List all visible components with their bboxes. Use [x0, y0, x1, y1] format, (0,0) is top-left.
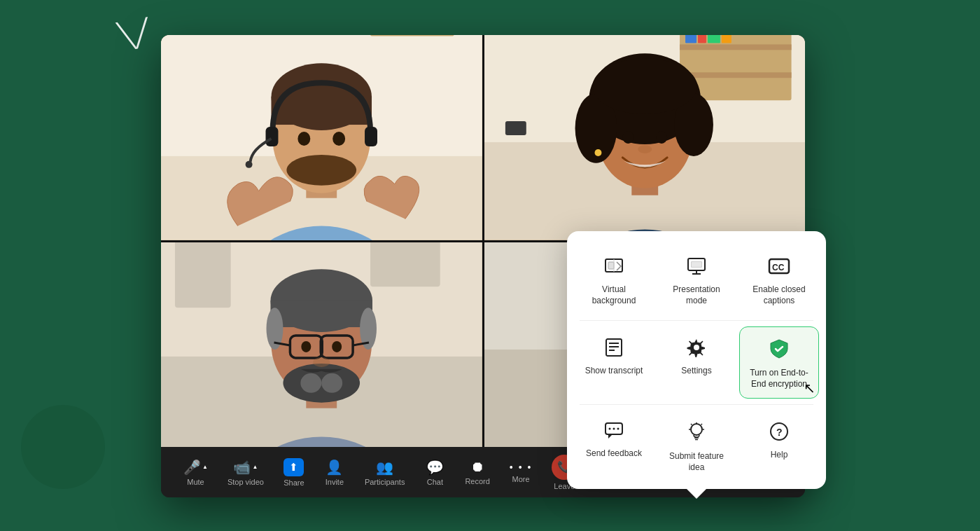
show-transcript-label: Show transcript: [585, 366, 643, 377]
svg-rect-23: [721, 35, 731, 43]
svg-point-89: [609, 428, 611, 430]
invite-icon: 👤: [326, 459, 343, 476]
lightbulb-icon: [688, 422, 705, 446]
send-feedback-item[interactable]: Send feedback: [574, 411, 654, 481]
svg-line-96: [691, 424, 692, 425]
svg-rect-21: [698, 35, 706, 43]
svg-line-97: [701, 424, 703, 425]
send-feedback-label: Send feedback: [586, 448, 642, 460]
svg-rect-22: [707, 35, 720, 43]
squiggle-decoration: ╲╱: [117, 17, 153, 51]
svg-point-34: [656, 131, 667, 144]
chat-icon: 💬: [426, 459, 444, 476]
share-button[interactable]: ⬆ Share: [275, 454, 313, 491]
svg-point-56: [321, 373, 342, 392]
virtual-background-label: Virtual background: [580, 284, 648, 306]
svg-point-52: [301, 340, 311, 352]
invite-button[interactable]: 👤 Invite: [316, 455, 354, 490]
virtual-background-icon: [604, 256, 624, 279]
svg-point-10: [286, 155, 356, 186]
video-caret: ▲: [252, 464, 258, 470]
participants-icon: 👥: [376, 459, 393, 476]
stop-video-label: Stop video: [227, 478, 264, 486]
svg-rect-20: [685, 35, 696, 43]
closed-captions-label: Enable closed captions: [745, 284, 813, 306]
presentation-mode-icon: [687, 256, 706, 279]
participants-label: Participants: [365, 478, 405, 486]
svg-text:?: ?: [776, 427, 783, 438]
more-menu-popup: Virtual background Presentation mode CC: [567, 231, 826, 489]
svg-point-31: [592, 58, 697, 114]
svg-rect-2: [370, 35, 454, 36]
svg-rect-7: [271, 97, 372, 125]
mute-icon-group: 🎤 ▲: [183, 459, 208, 476]
participant-video-1: [161, 35, 482, 240]
record-button[interactable]: ⏺ Record: [456, 455, 498, 490]
video-tile-2: [484, 35, 806, 240]
more-dots-icon: • • •: [510, 462, 532, 473]
svg-point-57: [313, 357, 330, 366]
svg-rect-24: [505, 121, 526, 135]
participant-video-2: [484, 35, 806, 240]
svg-point-55: [300, 373, 321, 392]
shield-icon: [769, 338, 789, 362]
submit-feature-label: Submit feature idea: [662, 451, 731, 473]
presentation-mode-item[interactable]: Presentation mode: [657, 245, 736, 315]
presentation-mode-label: Presentation mode: [662, 284, 731, 306]
svg-rect-38: [175, 242, 231, 308]
invite-label: Invite: [326, 478, 344, 486]
more-label: More: [512, 475, 530, 483]
svg-point-87: [694, 345, 699, 350]
face-svg-1: [161, 35, 482, 240]
face-svg-3: [161, 242, 482, 448]
help-item[interactable]: ? Help: [739, 411, 819, 481]
svg-text:CC: CC: [772, 263, 785, 273]
participants-button[interactable]: 👥 Participants: [356, 455, 413, 490]
record-icon: ⏺: [470, 459, 484, 475]
svg-rect-39: [370, 242, 440, 287]
svg-point-90: [613, 428, 615, 430]
submit-feature-item[interactable]: Submit feature idea: [657, 411, 736, 481]
svg-point-32: [594, 149, 601, 156]
camera-icon: 📹: [233, 459, 251, 476]
menu-row-divider-2: [574, 401, 819, 408]
chat-label: Chat: [427, 478, 443, 486]
svg-rect-11: [266, 127, 279, 146]
help-icon: ?: [769, 422, 789, 444]
chat-button[interactable]: 💬 Chat: [416, 455, 454, 490]
participant-video-3: [161, 242, 482, 448]
svg-point-53: [332, 340, 342, 352]
svg-rect-44: [270, 301, 372, 327]
svg-rect-12: [365, 127, 377, 146]
menu-row-divider-1: [574, 317, 819, 324]
svg-point-92: [691, 424, 702, 435]
face-svg-2: [484, 35, 806, 240]
help-label: Help: [771, 450, 788, 461]
svg-rect-79: [692, 262, 701, 267]
mute-caret: ▲: [202, 464, 208, 470]
closed-captions-item[interactable]: CC Enable closed captions: [739, 245, 819, 315]
mute-button[interactable]: 🎤 ▲ Mute: [175, 455, 216, 490]
svg-rect-18: [680, 44, 791, 50]
settings-label: Settings: [681, 366, 711, 377]
transcript-icon: [605, 338, 623, 360]
svg-point-35: [638, 145, 652, 153]
show-transcript-item[interactable]: Show transcript: [574, 326, 654, 399]
svg-point-13: [246, 161, 253, 168]
svg-rect-19: [680, 72, 791, 78]
video-tile-1: [161, 35, 482, 240]
e2e-encryption-label: Turn on End-to-End encryption: [746, 368, 813, 389]
more-button[interactable]: • • • More: [501, 457, 540, 488]
e2e-encryption-item[interactable]: Turn on End-to-End encryption ↖: [739, 326, 819, 399]
blob-decoration: [21, 405, 105, 489]
video-tile-3: [161, 242, 482, 448]
menu-grid: Virtual background Presentation mode CC: [574, 245, 819, 482]
svg-point-8: [298, 132, 310, 146]
stop-video-button[interactable]: 📹 ▲ Stop video: [219, 455, 272, 490]
settings-icon: [687, 338, 706, 360]
svg-point-91: [617, 428, 620, 430]
share-label: Share: [284, 478, 304, 487]
virtual-background-item[interactable]: Virtual background: [574, 245, 654, 315]
settings-item[interactable]: Settings: [657, 326, 736, 399]
mute-label: Mute: [187, 478, 204, 486]
